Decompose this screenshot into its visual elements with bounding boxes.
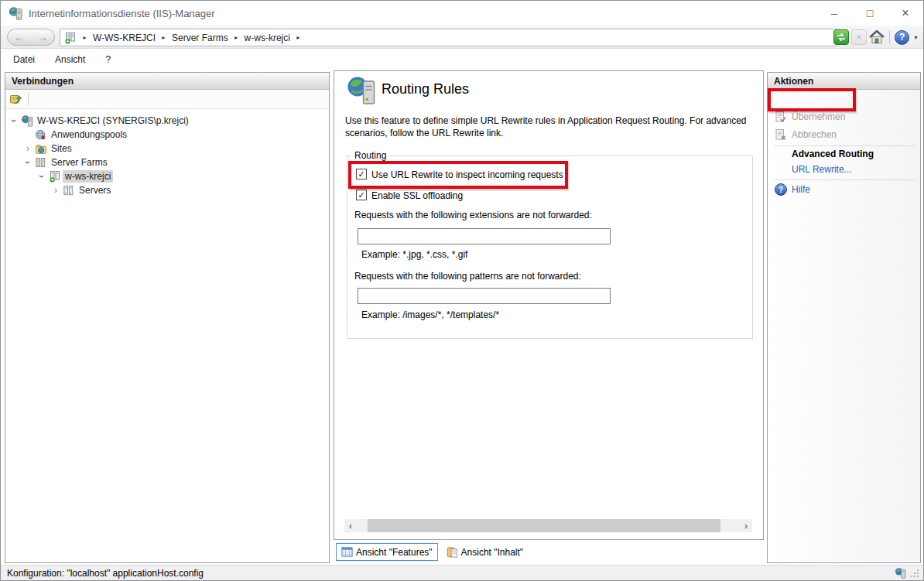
apply-button[interactable]: Übernehmen (775, 111, 845, 123)
tree-item-anwendungspools[interactable]: Anwendungspools (5, 128, 329, 142)
close-button[interactable]: × (888, 1, 923, 26)
toolbar-divider (28, 93, 29, 105)
scroll-right-icon[interactable]: › (740, 519, 752, 532)
breadcrumb-separator-icon: ► (82, 35, 87, 40)
connections-tree: › W-WS-KREJCI (SYNERGIS\p.krejci) (5, 109, 329, 197)
refresh-button[interactable] (833, 29, 849, 45)
patterns-label: Requests with the following patterns are… (354, 271, 581, 282)
title-bar: Internetinformationsdienste (IIS)-Manage… (1, 1, 923, 26)
status-text: Konfiguration: "localhost" applicationHo… (7, 568, 204, 579)
tree-item-server-root[interactable]: › W-WS-KREJCI (SYNERGIS\p.krejci) (5, 114, 329, 128)
scrollbar-track[interactable] (357, 519, 740, 532)
tab-features-label: Ansicht "Features" (356, 547, 433, 558)
tree-item-servers[interactable]: › Servers (5, 183, 329, 197)
help-glyph: ? (899, 32, 905, 43)
tree-label-servers[interactable]: Servers (77, 184, 113, 197)
chevron-down-icon[interactable]: › (9, 115, 19, 126)
content-view-icon (447, 546, 458, 558)
minimize-button[interactable]: – (816, 1, 852, 26)
toolbar-divider (889, 30, 890, 44)
url-rewrite-link[interactable]: URL Rewrite... (792, 164, 852, 175)
breadcrumb-item-farm-name[interactable]: w-ws-krejci (245, 32, 290, 43)
breadcrumb-item-server-farms[interactable]: Server Farms (172, 32, 228, 43)
maximize-button[interactable]: □ (852, 1, 888, 26)
horizontal-scrollbar[interactable]: ‹ › (344, 519, 752, 532)
features-view-icon (341, 546, 353, 558)
chevron-down-icon[interactable]: › (37, 171, 46, 182)
tab-content-view[interactable]: Ansicht "Inhalt" (442, 544, 529, 560)
servers-icon (62, 184, 75, 197)
actions-panel: Aktionen Übernehmen Abbrechen Advan (767, 72, 921, 563)
menu-ansicht[interactable]: Ansicht (47, 51, 93, 68)
breadcrumb-separator-icon: ► (234, 35, 239, 40)
extensions-label: Requests with the following extensions a… (354, 210, 592, 220)
tree-label-w-ws-krejci[interactable]: w-ws-krejci (63, 170, 113, 183)
cancel-label: Abbrechen (792, 129, 837, 140)
scrollbar-thumb[interactable] (368, 519, 720, 532)
apply-icon (775, 111, 787, 123)
tree-label-server-farms[interactable]: Server Farms (49, 156, 110, 169)
tree-item-sites[interactable]: › Sites (5, 142, 329, 156)
help-icon[interactable]: ? (895, 30, 909, 45)
server-host-icon (20, 114, 33, 127)
annotation-box-apply-button (768, 88, 856, 111)
feature-description: Use this feature to define simple URL Re… (345, 114, 751, 139)
back-icon[interactable]: ← (14, 31, 25, 43)
actions-divider (774, 145, 915, 146)
ssl-offloading-checkbox[interactable]: ✓ (356, 190, 367, 200)
home-button[interactable] (869, 29, 885, 45)
connections-panel: Verbindungen › W-WS-KREJCI (SYNERGIS\p.k… (5, 72, 330, 563)
cancel-button[interactable]: Abbrechen (775, 128, 837, 141)
server-farm-icon (64, 32, 77, 44)
ssl-offloading-checkbox-label[interactable]: Enable SSL offloading (371, 190, 463, 201)
status-bar: Konfiguration: "localhost" applicationHo… (1, 565, 923, 581)
tree-label-anwendungspools[interactable]: Anwendungspools (49, 128, 129, 141)
tab-features-view[interactable]: Ansicht "Features" (336, 543, 438, 561)
help-icon: ? (775, 183, 787, 196)
sites-folder-icon (34, 142, 47, 155)
connections-panel-header: Verbindungen (5, 73, 329, 90)
help-dropdown-caret-icon[interactable]: ▼ (913, 35, 919, 40)
help-glyph: ? (779, 186, 783, 194)
application-pools-icon (34, 128, 47, 141)
actions-divider (774, 179, 915, 180)
resize-grip-icon[interactable] (909, 568, 920, 579)
view-tabs: Ansicht "Features" Ansicht "Inhalt" (336, 542, 528, 562)
forward-icon[interactable]: → (37, 31, 48, 43)
scroll-left-icon[interactable]: ‹ (344, 519, 357, 532)
server-farm-node-icon (48, 170, 61, 183)
window-title: Internetinformationsdienste (IIS)-Manage… (29, 8, 215, 19)
menu-datei[interactable]: Datei (5, 51, 43, 68)
breadcrumb-item-server[interactable]: W-WS-KREJCI (93, 32, 156, 43)
extensions-input[interactable] (358, 228, 611, 244)
breadcrumb-separator-icon: ► (296, 35, 301, 40)
tree-item-server-farms[interactable]: › Server Farms (5, 156, 329, 169)
tree-label-sites[interactable]: Sites (49, 142, 74, 155)
chevron-right-icon[interactable]: › (50, 186, 61, 195)
chevron-down-icon[interactable]: › (23, 157, 33, 168)
tree-item-w-ws-krejci[interactable]: › w-ws-krejci (5, 169, 329, 183)
server-farms-icon (34, 156, 47, 169)
breadcrumb[interactable]: ► W-WS-KREJCI ► Server Farms ► w-ws-krej… (60, 29, 837, 46)
advanced-routing-heading: Advanced Routing (792, 149, 874, 159)
connections-title: Verbindungen (12, 76, 74, 87)
iis-status-icon (895, 567, 906, 579)
menu-hilfe[interactable]: ? (98, 51, 118, 68)
patterns-input[interactable] (358, 288, 611, 304)
cancel-icon (775, 128, 787, 141)
breadcrumb-separator-icon: ► (161, 35, 166, 40)
connections-toolbar (5, 90, 329, 109)
routing-groupbox-label: Routing (351, 150, 389, 161)
stop-button[interactable]: × (851, 29, 867, 45)
patterns-example: Example: /images/*, */templates/* (361, 309, 499, 320)
actions-title: Aktionen (774, 76, 813, 87)
address-bar-row: ← → ► W-WS-KREJCI ► Server Farms ► w-ws-… (1, 26, 923, 49)
chevron-right-icon[interactable]: › (22, 144, 33, 153)
tree-label-server-root[interactable]: W-WS-KREJCI (SYNERGIS\p.krejci) (35, 114, 191, 127)
iis-logo-icon (9, 6, 22, 20)
save-connection-icon[interactable] (9, 93, 22, 105)
help-action[interactable]: ? Hilfe (775, 183, 810, 196)
annotation-box-url-rewrite-checkbox (348, 161, 568, 189)
page-title: Routing Rules (382, 81, 469, 97)
menu-bar: Datei Ansicht ? (1, 49, 923, 70)
